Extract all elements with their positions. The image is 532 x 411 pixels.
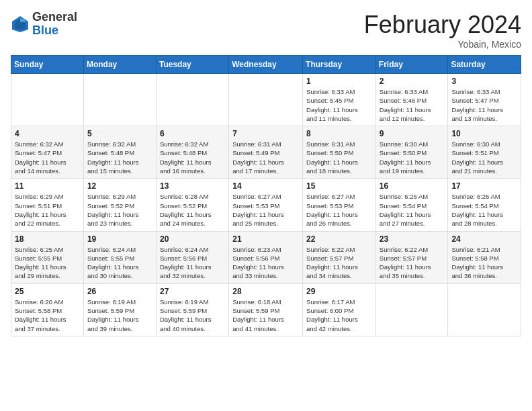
- weekday-header: Friday: [375, 56, 448, 74]
- day-info: Sunrise: 6:29 AM Sunset: 5:51 PM Dayligh…: [15, 192, 80, 228]
- day-number: 10: [451, 129, 517, 138]
- day-number: 26: [87, 287, 152, 296]
- calendar-cell: 24Sunrise: 6:21 AM Sunset: 5:58 PM Dayli…: [448, 231, 521, 283]
- day-number: 5: [87, 129, 152, 138]
- calendar-table: SundayMondayTuesdayWednesdayThursdayFrid…: [11, 55, 521, 336]
- day-info: Sunrise: 6:24 AM Sunset: 5:55 PM Dayligh…: [87, 245, 152, 281]
- day-info: Sunrise: 6:19 AM Sunset: 5:59 PM Dayligh…: [160, 298, 225, 333]
- weekday-header: Sunday: [11, 56, 84, 74]
- day-info: Sunrise: 6:19 AM Sunset: 5:59 PM Dayligh…: [87, 298, 152, 333]
- day-info: Sunrise: 6:31 AM Sunset: 5:50 PM Dayligh…: [306, 140, 372, 175]
- logo-icon: [11, 15, 30, 34]
- title-block: February 2024 Yobain, Mexico: [364, 11, 521, 50]
- calendar-cell: 3Sunrise: 6:33 AM Sunset: 5:47 PM Daylig…: [448, 74, 521, 126]
- calendar-week-row: 1Sunrise: 6:33 AM Sunset: 5:45 PM Daylig…: [11, 74, 521, 126]
- day-number: 24: [451, 234, 517, 244]
- day-info: Sunrise: 6:27 AM Sunset: 5:53 PM Dayligh…: [232, 192, 299, 228]
- day-number: 15: [306, 181, 372, 191]
- day-info: Sunrise: 6:17 AM Sunset: 6:00 PM Dayligh…: [306, 298, 372, 333]
- day-info: Sunrise: 6:27 AM Sunset: 5:53 PM Dayligh…: [306, 192, 372, 228]
- weekday-header: Monday: [83, 56, 156, 74]
- calendar-cell: 9Sunrise: 6:30 AM Sunset: 5:50 PM Daylig…: [375, 126, 448, 179]
- logo: General Blue: [11, 11, 77, 38]
- day-number: 23: [380, 234, 445, 244]
- day-info: Sunrise: 6:24 AM Sunset: 5:56 PM Dayligh…: [160, 245, 225, 281]
- day-number: 7: [232, 129, 299, 138]
- calendar-cell: 22Sunrise: 6:22 AM Sunset: 5:57 PM Dayli…: [303, 231, 376, 283]
- day-info: Sunrise: 6:26 AM Sunset: 5:54 PM Dayligh…: [380, 192, 445, 228]
- calendar-cell: 18Sunrise: 6:25 AM Sunset: 5:55 PM Dayli…: [11, 231, 84, 283]
- day-info: Sunrise: 6:22 AM Sunset: 5:57 PM Dayligh…: [306, 245, 372, 281]
- calendar-cell: 12Sunrise: 6:29 AM Sunset: 5:52 PM Dayli…: [83, 179, 156, 231]
- day-info: Sunrise: 6:32 AM Sunset: 5:48 PM Dayligh…: [87, 140, 152, 175]
- day-number: 18: [15, 234, 80, 244]
- calendar-cell: 26Sunrise: 6:19 AM Sunset: 5:59 PM Dayli…: [83, 283, 156, 336]
- calendar-cell: 5Sunrise: 6:32 AM Sunset: 5:48 PM Daylig…: [83, 126, 156, 179]
- day-number: 9: [380, 129, 445, 138]
- day-info: Sunrise: 6:32 AM Sunset: 5:47 PM Dayligh…: [15, 140, 80, 175]
- calendar-cell: 16Sunrise: 6:26 AM Sunset: 5:54 PM Dayli…: [375, 179, 448, 231]
- day-number: 4: [15, 129, 80, 138]
- calendar-cell: 20Sunrise: 6:24 AM Sunset: 5:56 PM Dayli…: [156, 231, 228, 283]
- calendar-cell: 29Sunrise: 6:17 AM Sunset: 6:00 PM Dayli…: [303, 283, 376, 336]
- calendar-cell: 27Sunrise: 6:19 AM Sunset: 5:59 PM Dayli…: [156, 283, 228, 336]
- calendar-cell: 14Sunrise: 6:27 AM Sunset: 5:53 PM Dayli…: [229, 179, 303, 231]
- calendar-cell: 8Sunrise: 6:31 AM Sunset: 5:50 PM Daylig…: [303, 126, 376, 179]
- day-number: 27: [160, 287, 225, 296]
- calendar-week-row: 4Sunrise: 6:32 AM Sunset: 5:47 PM Daylig…: [11, 126, 521, 179]
- day-info: Sunrise: 6:20 AM Sunset: 5:58 PM Dayligh…: [15, 298, 80, 333]
- page-header: General Blue February 2024 Yobain, Mexic…: [11, 11, 521, 50]
- day-info: Sunrise: 6:23 AM Sunset: 5:56 PM Dayligh…: [232, 245, 299, 281]
- calendar-cell: 2Sunrise: 6:33 AM Sunset: 5:46 PM Daylig…: [375, 74, 448, 126]
- day-info: Sunrise: 6:22 AM Sunset: 5:57 PM Dayligh…: [380, 245, 445, 281]
- day-number: 25: [15, 287, 80, 296]
- svg-marker-2: [20, 19, 26, 22]
- day-number: 22: [306, 234, 372, 244]
- day-number: 21: [232, 234, 299, 244]
- day-number: 2: [380, 77, 445, 86]
- day-number: 12: [87, 181, 152, 191]
- calendar-cell: 6Sunrise: 6:32 AM Sunset: 5:48 PM Daylig…: [156, 126, 228, 179]
- logo-blue: Blue: [32, 24, 77, 38]
- day-info: Sunrise: 6:29 AM Sunset: 5:52 PM Dayligh…: [87, 192, 152, 228]
- day-info: Sunrise: 6:33 AM Sunset: 5:47 PM Dayligh…: [451, 87, 517, 123]
- day-number: 14: [232, 181, 299, 191]
- calendar-cell: 13Sunrise: 6:28 AM Sunset: 5:52 PM Dayli…: [156, 179, 228, 231]
- calendar-cell: 19Sunrise: 6:24 AM Sunset: 5:55 PM Dayli…: [83, 231, 156, 283]
- day-number: 1: [306, 77, 372, 86]
- day-info: Sunrise: 6:25 AM Sunset: 5:55 PM Dayligh…: [15, 245, 80, 281]
- weekday-header: Thursday: [303, 56, 376, 74]
- calendar-cell: 28Sunrise: 6:18 AM Sunset: 5:59 PM Dayli…: [229, 283, 303, 336]
- logo-text: General Blue: [32, 11, 77, 38]
- calendar-cell: [229, 74, 303, 126]
- day-info: Sunrise: 6:21 AM Sunset: 5:58 PM Dayligh…: [451, 245, 517, 281]
- day-info: Sunrise: 6:33 AM Sunset: 5:45 PM Dayligh…: [306, 87, 372, 123]
- day-number: 6: [160, 129, 225, 138]
- month-title: February 2024: [364, 11, 521, 39]
- logo-general: General: [32, 11, 77, 24]
- day-number: 17: [451, 181, 517, 191]
- day-number: 28: [232, 287, 299, 296]
- day-info: Sunrise: 6:30 AM Sunset: 5:50 PM Dayligh…: [380, 140, 445, 175]
- calendar-cell: 15Sunrise: 6:27 AM Sunset: 5:53 PM Dayli…: [303, 179, 376, 231]
- weekday-header: Saturday: [448, 56, 521, 74]
- day-info: Sunrise: 6:31 AM Sunset: 5:49 PM Dayligh…: [232, 140, 299, 175]
- calendar-week-row: 11Sunrise: 6:29 AM Sunset: 5:51 PM Dayli…: [11, 179, 521, 231]
- calendar-cell: [448, 283, 521, 336]
- day-info: Sunrise: 6:33 AM Sunset: 5:46 PM Dayligh…: [380, 87, 445, 123]
- day-info: Sunrise: 6:26 AM Sunset: 5:54 PM Dayligh…: [451, 192, 517, 228]
- calendar-cell: 25Sunrise: 6:20 AM Sunset: 5:58 PM Dayli…: [11, 283, 84, 336]
- day-number: 13: [160, 181, 225, 191]
- calendar-cell: 23Sunrise: 6:22 AM Sunset: 5:57 PM Dayli…: [375, 231, 448, 283]
- location: Yobain, Mexico: [364, 39, 521, 50]
- calendar-cell: [11, 74, 84, 126]
- day-info: Sunrise: 6:30 AM Sunset: 5:51 PM Dayligh…: [451, 140, 517, 175]
- calendar-cell: 4Sunrise: 6:32 AM Sunset: 5:47 PM Daylig…: [11, 126, 84, 179]
- weekday-header: Wednesday: [229, 56, 303, 74]
- calendar-cell: [83, 74, 156, 126]
- day-number: 8: [306, 129, 372, 138]
- weekday-header-row: SundayMondayTuesdayWednesdayThursdayFrid…: [11, 56, 521, 74]
- day-info: Sunrise: 6:28 AM Sunset: 5:52 PM Dayligh…: [160, 192, 225, 228]
- day-number: 3: [451, 77, 517, 86]
- calendar-cell: 10Sunrise: 6:30 AM Sunset: 5:51 PM Dayli…: [448, 126, 521, 179]
